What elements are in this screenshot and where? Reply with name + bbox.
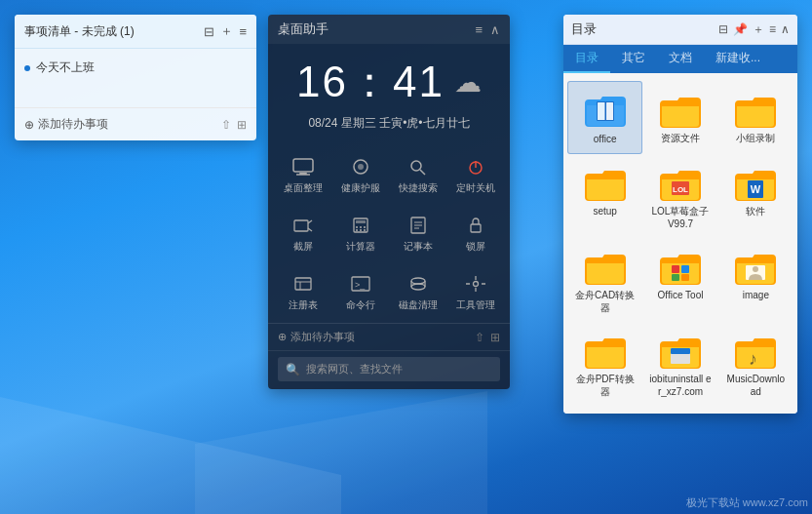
assistant-qr-icon[interactable]: ⊞ [490, 331, 500, 344]
svg-point-18 [360, 229, 362, 231]
fm-item-lol[interactable]: LOL LOL草莓盒子 V99.7 [642, 154, 717, 238]
fm-item-setup[interactable]: setup [567, 154, 642, 238]
tool-search[interactable]: 快捷搜索 [389, 147, 446, 202]
assistant-widget: 桌面助手 ≡ ∧ 16：41 ☁ 08/24 星期三 壬寅•虎•七月廿七 桌面整… [268, 15, 510, 389]
svg-rect-24 [471, 224, 481, 232]
fm-icon-recording [732, 89, 779, 132]
svg-text:W: W [751, 183, 761, 195]
svg-text:♪: ♪ [749, 349, 757, 369]
assistant-time-display: 16：41 [296, 54, 445, 111]
fm-list-icon[interactable]: ⊟ [718, 22, 728, 36]
fm-item-iobit[interactable]: iobituninstall er_xz7.com [642, 322, 717, 406]
tool-shutdown-label: 定时关机 [456, 182, 495, 194]
tool-health-label: 健康护服 [341, 182, 380, 194]
fm-icon-image [732, 246, 779, 289]
fm-label-resources: 资源文件 [661, 132, 700, 144]
fm-menu-icon[interactable]: ≡ [769, 22, 776, 36]
fm-item-office[interactable]: office [567, 81, 642, 154]
todo-title: 事项清单 - 未完成 (1) [24, 23, 135, 40]
svg-rect-13 [356, 220, 366, 223]
tool-lock[interactable]: 锁屏 [446, 206, 504, 260]
tool-cmdline[interactable]: >_ 命令行 [331, 264, 389, 319]
tool-registry-label: 注册表 [289, 299, 318, 311]
svg-point-17 [356, 229, 358, 231]
assistant-search-box[interactable]: 🔍 搜索网页、查找文件 [278, 357, 500, 381]
fm-tab-other[interactable]: 其它 [610, 45, 657, 73]
search-icon: 🔍 [286, 363, 300, 376]
tool-screenshot[interactable]: 截屏 [274, 206, 331, 260]
todo-add-icon[interactable]: ＋ [220, 22, 233, 40]
todo-item[interactable]: 今天不上班 [24, 57, 247, 79]
assistant-tools-row2: 截屏 计算器 记事本 锁屏 [268, 206, 510, 264]
svg-text:>_: >_ [355, 280, 366, 290]
todo-dot [24, 65, 30, 71]
watermark: 极光下载站 www.xz7.com [686, 495, 808, 510]
fm-icon-setup [582, 162, 629, 205]
weather-cloud-icon: ☁ [454, 66, 482, 99]
fm-tabs: 目录 其它 文档 新建收... [563, 45, 797, 73]
fm-collapse-icon[interactable]: ∧ [781, 22, 790, 36]
todo-add-button[interactable]: ⊕ 添加待办事项 [24, 116, 108, 133]
fm-icon-iobit [657, 330, 704, 373]
tool-registry[interactable]: 注册表 [274, 264, 331, 319]
assistant-add-button[interactable]: ⊕ 添加待办事项 [278, 330, 355, 344]
fm-label-office: office [594, 133, 617, 145]
fm-item-cad[interactable]: 金舟CAD转换器 [567, 238, 642, 322]
assistant-collapse-icon[interactable]: ∧ [490, 22, 500, 37]
todo-items: 今天不上班 [15, 49, 256, 107]
fm-icon-officetool [657, 246, 704, 289]
fm-header: 目录 ⊟ 📌 ＋ ≡ ∧ [563, 15, 797, 45]
fm-tab-directory[interactable]: 目录 [563, 45, 610, 73]
svg-point-33 [411, 284, 425, 290]
fm-item-music[interactable]: ♪ MusicDownload [718, 322, 793, 406]
fm-icon-cad [582, 246, 629, 289]
fm-pin-icon[interactable]: 📌 [733, 22, 748, 36]
tool-desktop-icon [290, 155, 317, 178]
todo-header-icons: ⊟ ＋ ≡ [204, 22, 247, 40]
todo-footer-icons: ⇧ ⊞ [221, 118, 247, 132]
fm-label-officetool: Office Tool [658, 289, 704, 301]
tool-manage[interactable]: 工具管理 [446, 264, 504, 319]
tool-health-icon [347, 155, 374, 178]
tool-lock-icon [462, 214, 489, 237]
todo-minimize-icon[interactable]: ⊟ [204, 24, 214, 39]
fm-add-icon[interactable]: ＋ [753, 21, 764, 38]
fm-tab-new[interactable]: 新建收... [704, 45, 772, 73]
todo-widget: 事项清单 - 未完成 (1) ⊟ ＋ ≡ 今天不上班 ⊕ 添加待办事项 ⇧ ⊞ [15, 15, 256, 140]
tool-calculator[interactable]: 计算器 [331, 206, 389, 260]
svg-rect-47 [672, 265, 679, 273]
assistant-search[interactable]: 🔍 搜索网页、查找文件 [268, 350, 510, 389]
assistant-share-icon[interactable]: ⇧ [475, 331, 484, 344]
tool-registry-icon [290, 272, 317, 296]
fm-icon-office [582, 90, 629, 133]
fm-item-software[interactable]: W 软件 [718, 154, 793, 238]
svg-rect-40 [598, 102, 605, 120]
fm-icon-lol: LOL [657, 162, 704, 205]
fm-item-resources[interactable]: 资源文件 [642, 81, 717, 154]
tool-health[interactable]: 健康护服 [331, 147, 389, 202]
svg-rect-41 [606, 102, 613, 120]
tool-screenshot-label: 截屏 [293, 241, 313, 253]
todo-footer: ⊕ 添加待办事项 ⇧ ⊞ [15, 107, 256, 140]
todo-menu-icon[interactable]: ≡ [239, 24, 247, 39]
fm-grid: office 资源文件 小组录制 [563, 73, 797, 414]
svg-point-30 [411, 278, 425, 284]
fm-item-officetool[interactable]: Office Tool [642, 238, 717, 322]
tool-disk-clean[interactable]: 磁盘清理 [389, 264, 446, 319]
fm-item-recording[interactable]: 小组录制 [718, 81, 793, 154]
fm-icon-resources [657, 89, 704, 132]
todo-share-icon[interactable]: ⇧ [221, 118, 231, 132]
todo-qr-icon[interactable]: ⊞ [237, 118, 247, 132]
fm-item-pdf[interactable]: 金舟PDF转换器 [567, 322, 642, 406]
svg-point-19 [364, 229, 366, 231]
fm-item-image[interactable]: image [718, 238, 793, 322]
svg-rect-9 [294, 220, 308, 231]
tool-timer-shutdown[interactable]: 定时关机 [446, 147, 504, 202]
assistant-menu-icon[interactable]: ≡ [475, 22, 483, 37]
fm-label-setup: setup [593, 205, 616, 217]
tool-desktop-label: 桌面整理 [284, 182, 323, 194]
fm-tab-docs[interactable]: 文档 [657, 45, 704, 73]
tool-notepad[interactable]: 记事本 [389, 206, 446, 260]
svg-point-4 [358, 164, 364, 170]
tool-desktop-organize[interactable]: 桌面整理 [274, 147, 331, 202]
